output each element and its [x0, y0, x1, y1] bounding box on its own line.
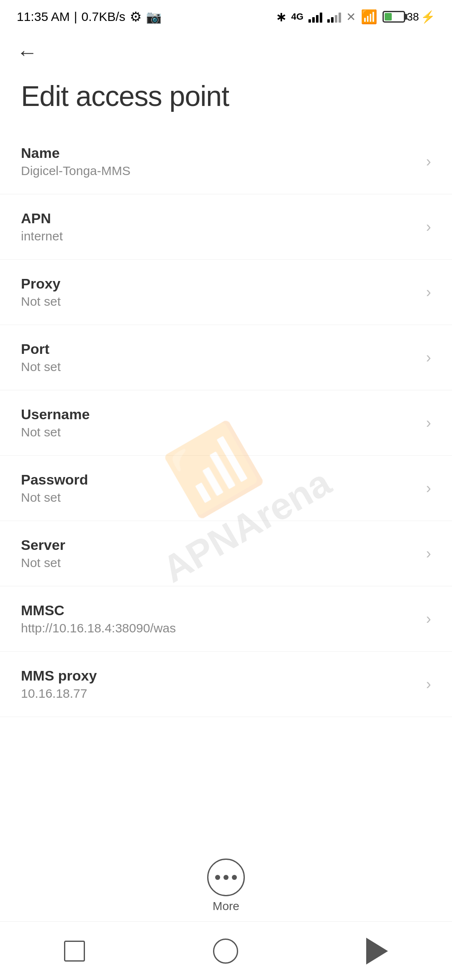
battery-percent: 38	[407, 10, 419, 23]
settings-item-name[interactable]: Name Digicel-Tonga-MMS ›	[0, 129, 452, 194]
signal-bars-secondary	[327, 11, 341, 23]
item-value-password: Not set	[21, 490, 418, 505]
back-button[interactable]: ←	[0, 34, 452, 67]
settings-item-mmsc[interactable]: MMSC http://10.16.18.4:38090/was ›	[0, 586, 452, 652]
settings-item-mms-proxy[interactable]: MMS proxy 10.16.18.77 ›	[0, 652, 452, 717]
settings-item-password[interactable]: Password Not set ›	[0, 456, 452, 521]
item-value-port: Not set	[21, 360, 418, 374]
nav-recents-button[interactable]	[64, 941, 85, 962]
item-value-username: Not set	[21, 425, 418, 439]
item-label-name: Name	[21, 145, 418, 161]
chevron-icon-server: ›	[426, 545, 431, 562]
item-content-name: Name Digicel-Tonga-MMS	[21, 145, 418, 178]
settings-item-port[interactable]: Port Not set ›	[0, 325, 452, 390]
wifi-icon: 📶	[361, 9, 378, 25]
network-speed: 0.7KB/s	[82, 10, 126, 24]
bluetooth-icon: ∗	[276, 10, 286, 24]
chevron-icon-mms-proxy: ›	[426, 676, 431, 693]
status-right: ∗ 4G ✕ 📶 38 ⚡	[276, 9, 435, 25]
chevron-icon-apn: ›	[426, 218, 431, 236]
item-label-mmsc: MMSC	[21, 602, 418, 619]
navigation-bar	[0, 921, 452, 980]
page-title: Edit access point	[0, 67, 452, 129]
item-content-port: Port Not set	[21, 341, 418, 374]
item-content-mmsc: MMSC http://10.16.18.4:38090/was	[21, 602, 418, 635]
settings-item-apn[interactable]: APN internet ›	[0, 194, 452, 260]
battery-fill	[385, 13, 392, 21]
item-content-username: Username Not set	[21, 406, 418, 439]
status-left: 11:35 AM | 0.7KB/s ⚙ 📷	[17, 9, 162, 25]
chevron-icon-name: ›	[426, 153, 431, 170]
charging-icon: ⚡	[421, 10, 435, 24]
item-content-apn: APN internet	[21, 210, 418, 243]
chevron-icon-password: ›	[426, 480, 431, 497]
item-value-mmsc: http://10.16.18.4:38090/was	[21, 621, 418, 635]
more-label: More	[213, 900, 239, 913]
item-label-password: Password	[21, 472, 418, 488]
camera-icon: 📷	[146, 10, 162, 24]
more-dot-2	[223, 875, 229, 880]
settings-icon: ⚙	[130, 9, 142, 25]
item-label-mms-proxy: MMS proxy	[21, 668, 418, 684]
settings-list: Name Digicel-Tonga-MMS › APN internet › …	[0, 129, 452, 717]
status-bar: 11:35 AM | 0.7KB/s ⚙ 📷 ∗ 4G ✕ 📶 38 ⚡	[0, 0, 452, 34]
more-dots	[215, 875, 237, 880]
more-dot-3	[232, 875, 237, 880]
back-arrow-icon: ←	[17, 41, 38, 64]
item-value-apn: internet	[21, 229, 418, 243]
signal-x-icon: ✕	[346, 10, 356, 24]
chevron-icon-port: ›	[426, 349, 431, 366]
item-content-password: Password Not set	[21, 472, 418, 505]
more-button[interactable]: More	[207, 859, 245, 913]
settings-item-proxy[interactable]: Proxy Not set ›	[0, 260, 452, 325]
item-content-server: Server Not set	[21, 537, 418, 570]
item-value-name: Digicel-Tonga-MMS	[21, 164, 418, 178]
item-label-port: Port	[21, 341, 418, 357]
signal-bars-primary	[308, 11, 322, 23]
item-label-apn: APN	[21, 210, 418, 227]
item-content-proxy: Proxy Not set	[21, 276, 418, 309]
more-circle-icon	[207, 859, 245, 896]
chevron-icon-proxy: ›	[426, 284, 431, 301]
chevron-icon-mmsc: ›	[426, 610, 431, 628]
nav-back-button[interactable]	[366, 938, 388, 965]
item-label-username: Username	[21, 406, 418, 423]
item-value-mms-proxy: 10.16.18.77	[21, 686, 418, 701]
item-label-server: Server	[21, 537, 418, 553]
nav-home-button[interactable]	[213, 939, 238, 964]
time-display: 11:35 AM	[17, 10, 70, 24]
item-value-server: Not set	[21, 556, 418, 570]
more-dot-1	[215, 875, 220, 880]
chevron-icon-username: ›	[426, 414, 431, 432]
battery-indicator: 38 ⚡	[383, 10, 435, 24]
settings-item-username[interactable]: Username Not set ›	[0, 390, 452, 456]
lte-badge: 4G	[291, 11, 303, 22]
item-label-proxy: Proxy	[21, 276, 418, 292]
item-value-proxy: Not set	[21, 294, 418, 309]
settings-item-server[interactable]: Server Not set ›	[0, 521, 452, 586]
speed-display: |	[74, 10, 77, 24]
battery-box	[383, 11, 405, 23]
item-content-mms-proxy: MMS proxy 10.16.18.77	[21, 668, 418, 701]
